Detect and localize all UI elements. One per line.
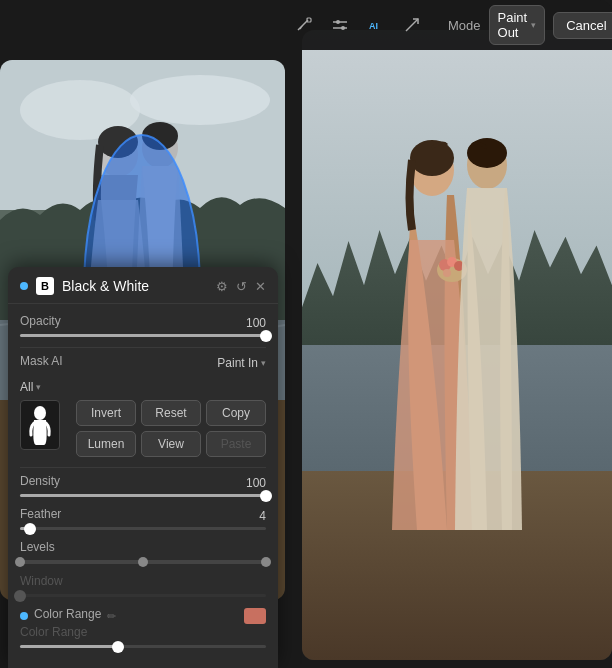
right-photo-panel (302, 30, 612, 660)
divider-1 (20, 347, 266, 348)
paste-button[interactable]: Paste (206, 431, 266, 457)
path-tool-icon[interactable] (400, 13, 424, 37)
feather-slider[interactable] (20, 527, 266, 530)
panel-title: Black & White (62, 278, 208, 294)
all-chevron-icon: ▾ (36, 382, 41, 392)
color-range-num-label: Color Range (20, 625, 87, 639)
density-fill (20, 494, 266, 497)
svg-point-1 (410, 140, 454, 176)
color-range-label: Color Range (34, 607, 101, 621)
pencil-icon[interactable]: ✏ (107, 610, 116, 623)
couple-figure-right (357, 110, 557, 530)
mask-preview (20, 400, 60, 450)
panel-header: B Black & White ⚙ ↺ ✕ (8, 267, 278, 304)
right-scene (302, 30, 612, 660)
mask-ai-label: Mask AI (20, 354, 63, 368)
color-range-slider[interactable] (20, 645, 266, 648)
svg-text:AI: AI (369, 21, 378, 31)
svg-point-12 (336, 20, 340, 24)
feather-row-header: Feather 4 (20, 507, 266, 525)
window-slider (20, 594, 266, 597)
panel-bw-icon: B (36, 277, 54, 295)
levels-thumb-mid[interactable] (138, 557, 148, 567)
panel-body: Opacity 100 Mask AI Paint In ▾ All ▾ (8, 304, 278, 668)
svg-point-17 (130, 75, 270, 125)
mask-ai-dropdown-row: All ▾ (20, 380, 266, 394)
paint-in-dropdown[interactable]: Paint In ▾ (217, 356, 266, 370)
toolbar-icons: AI (292, 13, 424, 37)
ai-tool-icon[interactable]: AI (364, 13, 388, 37)
density-thumb[interactable] (260, 490, 272, 502)
color-range-fill (20, 645, 118, 648)
color-range-row: Color Range ✏ (20, 607, 266, 625)
density-value: 100 (246, 476, 266, 490)
levels-label: Levels (20, 540, 55, 554)
color-range-thumb[interactable] (112, 641, 124, 653)
feather-label: Feather (20, 507, 61, 521)
panel-actions: ⚙ ↺ ✕ (216, 279, 266, 294)
top-toolbar: AI Mode Paint Out ▾ Cancel Done (280, 0, 612, 50)
feather-value: 4 (259, 509, 266, 523)
copy-button[interactable]: Copy (206, 400, 266, 426)
view-button[interactable]: View (141, 431, 201, 457)
mask-controls: Invert Reset Copy Lumen View Paste (20, 400, 266, 457)
paint-in-label: Paint In (217, 356, 258, 370)
chevron-down-icon: ▾ (531, 20, 536, 30)
paint-in-chevron-icon: ▾ (261, 358, 266, 368)
opacity-slider[interactable] (20, 334, 266, 337)
undo-icon[interactable]: ↺ (236, 279, 247, 294)
lumen-button[interactable]: Lumen (76, 431, 136, 457)
invert-button[interactable]: Invert (76, 400, 136, 426)
opacity-value: 100 (246, 316, 266, 330)
levels-slider[interactable] (20, 560, 266, 564)
levels-thumb-right[interactable] (261, 557, 271, 567)
adjust-tool-icon[interactable] (328, 13, 352, 37)
reset-button[interactable]: Reset (141, 400, 201, 426)
panel-active-dot (20, 282, 28, 290)
window-row-header: Window (20, 574, 266, 592)
opacity-fill (20, 334, 266, 337)
mask-ai-row: Mask AI Paint In ▾ (20, 354, 266, 372)
mode-value: Paint Out (498, 10, 528, 40)
density-label: Density (20, 474, 60, 488)
color-range-num-row: Color Range (20, 625, 266, 643)
window-thumb (14, 590, 26, 602)
mode-dropdown[interactable]: Paint Out ▾ (489, 5, 546, 45)
svg-point-31 (34, 406, 46, 420)
mode-label: Mode (448, 18, 481, 33)
all-label: All (20, 380, 33, 394)
feather-thumb[interactable] (24, 523, 36, 535)
opacity-row-header: Opacity 100 (20, 314, 266, 332)
cancel-button[interactable]: Cancel (553, 12, 612, 39)
mask-buttons: Invert Reset Copy Lumen View Paste (76, 400, 266, 457)
density-slider[interactable] (20, 494, 266, 497)
adjustment-panel: B Black & White ⚙ ↺ ✕ Opacity 100 Mask A… (8, 267, 278, 668)
color-range-dot (20, 612, 28, 620)
window-label: Window (20, 574, 63, 588)
svg-point-13 (341, 26, 345, 30)
svg-point-6 (443, 269, 451, 277)
opacity-label: Opacity (20, 314, 61, 328)
levels-row-header: Levels (20, 540, 266, 558)
brush-tool-icon[interactable] (292, 13, 316, 37)
settings-icon[interactable]: ⚙ (216, 279, 228, 294)
density-row-header: Density 100 (20, 474, 266, 492)
color-swatch[interactable] (244, 608, 266, 624)
all-dropdown[interactable]: All ▾ (20, 380, 41, 394)
divider-2 (20, 467, 266, 468)
close-icon[interactable]: ✕ (255, 279, 266, 294)
levels-thumb-left[interactable] (15, 557, 25, 567)
opacity-thumb[interactable] (260, 330, 272, 342)
mode-section: Mode Paint Out ▾ Cancel Done (448, 5, 612, 45)
